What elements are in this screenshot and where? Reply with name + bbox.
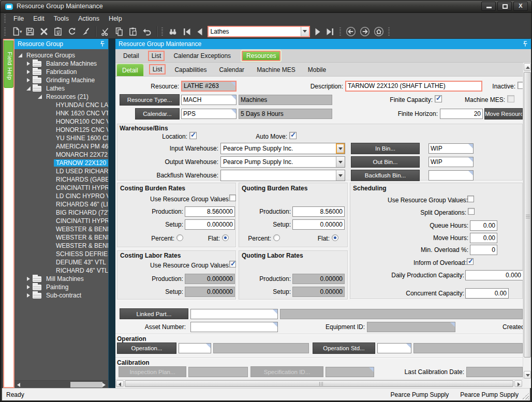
concurrent-capacity-field[interactable]: 0.00 [465, 288, 509, 299]
scroll-left-icon[interactable] [17, 383, 20, 387]
tree-item[interactable]: LD CINC HYPRO V [14, 192, 108, 200]
tree-item[interactable]: WEBSTER & BENN [14, 242, 108, 250]
tree-item[interactable]: Mill Machines [14, 275, 108, 283]
expand-icon[interactable] [26, 285, 31, 290]
panel-splitter[interactable] [108, 39, 115, 388]
costing-production-field[interactable]: 8.560000 [185, 206, 235, 217]
close-button[interactable] [513, 2, 528, 11]
tree-item[interactable]: Sub-contract [14, 291, 108, 300]
quoting-production-field[interactable]: 8.56000 [292, 206, 345, 217]
scheduling-use-rgv-checkbox[interactable] [467, 196, 474, 202]
paste-icon[interactable] [126, 25, 140, 38]
minimize-button[interactable] [481, 2, 496, 11]
tree-item[interactable]: Painting [14, 283, 108, 291]
scrollbar-thumb[interactable] [524, 72, 531, 358]
menu-actions[interactable]: Actions [73, 14, 104, 23]
cut-icon[interactable] [98, 25, 112, 38]
min-overload-field[interactable]: 0 [470, 245, 497, 255]
calendar-button[interactable]: Calendar... [135, 108, 180, 120]
resource-field[interactable]: LATHE #263 [181, 81, 237, 92]
linked-part-code-field[interactable] [190, 309, 278, 319]
toolbar-grip[interactable] [388, 27, 390, 36]
move-hours-field[interactable]: 0.00 [470, 233, 497, 243]
save-icon[interactable] [23, 25, 37, 38]
backflush-bin-button[interactable]: Backflush Bin... [351, 170, 420, 181]
tree-item[interactable]: WEBSTER & BENN [14, 225, 108, 233]
subtab-detail[interactable]: Detail [116, 64, 144, 76]
subtab-mobile[interactable]: Mobile [304, 65, 330, 75]
delete-icon[interactable] [37, 25, 51, 38]
tab-list[interactable]: List [148, 51, 165, 61]
tree-item[interactable]: RICHARDS 46" (LIT [14, 200, 108, 209]
percent-radio[interactable] [273, 234, 280, 241]
tree-item[interactable]: WEBSTER & BENN [14, 233, 108, 242]
scrollbar-thumb[interactable] [70, 382, 102, 388]
description-field[interactable]: TARNOW 22X120 (SHAFT LATHE) [345, 81, 482, 92]
navigate-back-icon[interactable] [344, 25, 358, 38]
tree-item[interactable]: Fabrication [14, 68, 108, 76]
linked-part-button[interactable]: Linked Part... [120, 308, 188, 319]
tree-item[interactable]: LD USED RICHARD [14, 167, 108, 175]
quoting-setup-field[interactable]: 0.00000 [292, 219, 345, 230]
expand-icon[interactable] [26, 69, 31, 75]
operation-code-field[interactable] [179, 343, 211, 353]
record-combo-dropdown[interactable] [301, 27, 309, 36]
undo-icon[interactable] [140, 25, 154, 38]
tree-item[interactable]: Grinding Machine [14, 76, 108, 84]
tab-resources[interactable]: Resources [242, 51, 280, 61]
out-bin-button[interactable]: Out Bin... [351, 156, 420, 168]
scroll-right-icon[interactable] [102, 383, 106, 387]
tree-item[interactable]: MONARCH 22X72 L [14, 151, 108, 159]
subtab-machine-mes[interactable]: Machine MES [253, 65, 299, 75]
tree-horizontal-scrollbar[interactable] [14, 380, 108, 388]
expand-icon[interactable] [26, 61, 31, 66]
attach-note-icon[interactable] [51, 25, 65, 38]
inform-overload-checkbox[interactable] [467, 258, 474, 265]
last-record-icon[interactable] [323, 25, 337, 38]
home-icon[interactable] [372, 25, 386, 38]
tree-item[interactable]: TARNOW 22X120 ( [14, 159, 108, 167]
tree-item[interactable]: YU SHINE 1600 CN [14, 134, 108, 142]
copy-icon[interactable] [112, 25, 126, 38]
operation-button[interactable]: Operation... [117, 343, 176, 354]
input-warehouse-dropdown[interactable] [336, 143, 345, 154]
subtab-capabilities[interactable]: Capabilities [171, 65, 210, 75]
tree-item[interactable]: SCHIESS DEFRIES [14, 250, 108, 258]
finite-capacity-checkbox[interactable] [435, 95, 442, 102]
tree-item[interactable]: Balance Machines [14, 59, 108, 68]
tree-item[interactable]: HONOR100 CNC V [14, 117, 108, 126]
toolbar-grip[interactable] [161, 27, 163, 36]
pin-icon[interactable] [99, 41, 106, 47]
expand-icon[interactable] [26, 78, 31, 83]
collapse-icon[interactable] [26, 86, 31, 91]
menu-edit[interactable]: Edit [28, 14, 49, 23]
out-bin-field[interactable]: WIP [428, 157, 474, 167]
tree-item[interactable]: DEFUME 43" VTL [14, 258, 108, 266]
in-bin-field[interactable]: WIP [428, 143, 474, 154]
collapse-icon[interactable] [18, 53, 23, 58]
record-combo[interactable]: Lathes [208, 26, 310, 37]
operation-std-button[interactable]: Operation Std... [313, 343, 375, 354]
tab-detail[interactable]: Detail [120, 51, 143, 61]
previous-record-icon[interactable] [194, 25, 205, 38]
labor-use-rgv-checkbox[interactable] [229, 261, 236, 267]
operation-std-code-field[interactable] [377, 343, 411, 353]
find-icon[interactable] [166, 25, 180, 38]
backflush-warehouse-dropdown[interactable] [336, 170, 345, 181]
expand-icon[interactable] [26, 276, 31, 281]
tree-item[interactable]: Resources (21) [14, 93, 108, 101]
tree-item[interactable]: HYUNDAI CNC LAT [14, 101, 108, 109]
toolbar-grip[interactable] [4, 27, 6, 36]
menu-help[interactable]: Help [104, 14, 127, 23]
flat-radio[interactable] [222, 234, 229, 241]
output-warehouse-combo[interactable]: Pearce Pump Supply Inc. [220, 156, 345, 168]
backflush-warehouse-combo[interactable] [220, 170, 345, 181]
clear-icon[interactable] [79, 25, 93, 38]
asset-number-field[interactable] [190, 322, 278, 332]
tree-item[interactable]: CINCINATTI HYPR [14, 184, 108, 192]
horizontal-scrollbar[interactable] [115, 379, 523, 388]
navigate-forward-icon[interactable] [358, 25, 372, 38]
tree-item[interactable]: Lathes [14, 84, 108, 93]
menu-tools[interactable]: Tools [49, 14, 73, 23]
field-help-tab[interactable]: Field Help [4, 40, 13, 88]
